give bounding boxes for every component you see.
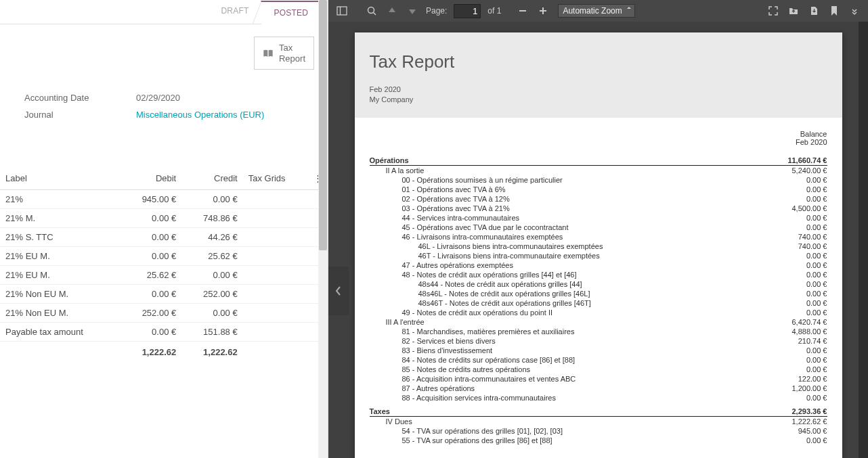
- cell-debit: 945.00 €: [121, 190, 181, 209]
- col-debit[interactable]: Debit: [121, 167, 181, 190]
- report-line: 54 - TVA sur opérations des grilles [01]…: [370, 426, 827, 436]
- tax-report-label-1: Tax: [279, 43, 305, 53]
- report-line: III A l'entrée6,420.74 €: [370, 317, 827, 327]
- report-line: 45 - Opérations avec TVA due par le coco…: [370, 223, 827, 232]
- table-row[interactable]: 21% EU M. 25.62 € 0.00 €: [0, 266, 328, 285]
- table-row[interactable]: 21% EU M. 0.00 € 25.62 €: [0, 247, 328, 266]
- fullscreen-icon[interactable]: [764, 1, 783, 20]
- report-line: 48s46L - Notes de crédit aux opérations …: [370, 289, 827, 298]
- report-line: 44 - Services intra-communautaires0.00 €: [370, 213, 827, 223]
- table-row[interactable]: 21% S. TTC 0.00 € 44.26 €: [0, 228, 328, 247]
- report-company: My Company: [370, 95, 827, 105]
- cell-label: 21%: [0, 190, 121, 209]
- col-label[interactable]: Label: [0, 167, 121, 190]
- report-line: 48s46T - Notes de crédit aux opérations …: [370, 298, 827, 308]
- total-credit: 1,222.62: [181, 342, 242, 362]
- cell-label: 21% EU M.: [0, 266, 121, 285]
- zoom-select[interactable]: Automatic Zoom: [558, 4, 634, 18]
- report-line: 82 - Services et biens divers210.74 €: [370, 336, 827, 346]
- cell-debit: 0.00 €: [121, 228, 181, 247]
- page-input[interactable]: [454, 4, 481, 18]
- cell-credit: 0.00 €: [181, 266, 242, 285]
- next-page-icon[interactable]: [403, 1, 422, 20]
- bookmark-icon[interactable]: [825, 1, 844, 20]
- report-line: 88 - Acquisition services intra-communau…: [370, 393, 827, 403]
- field-label-journal: Journal: [24, 110, 136, 120]
- journal-link[interactable]: Miscellaneous Operations (EUR): [136, 110, 264, 120]
- svg-point-2: [368, 7, 374, 14]
- cell-label: Payable tax amount: [0, 323, 121, 342]
- cell-credit: 25.62 €: [181, 247, 242, 266]
- table-row[interactable]: Payable tax amount 0.00 € 151.88 €: [0, 323, 328, 342]
- report-line: 83 - Biens d'investissement0.00 €: [370, 346, 827, 355]
- report-line: 87 - Autres opérations1,200.00 €: [370, 384, 827, 393]
- status-tabs: DRAFT POSTED: [0, 0, 328, 24]
- report-line: 47 - Autres opérations exemptées0.00 €: [370, 260, 827, 270]
- report-line: 46T - Livraisons biens intra-communautai…: [370, 251, 827, 260]
- report-line: 49 - Notes de crédit aux opérations du p…: [370, 308, 827, 317]
- balance-label: Balance: [370, 130, 827, 138]
- table-row[interactable]: 21% Non EU M. 252.00 € 0.00 €: [0, 304, 328, 323]
- report-line: 81 - Marchandises, matières premières et…: [370, 327, 827, 336]
- tools-icon[interactable]: [845, 1, 864, 20]
- cell-credit: 0.00 €: [181, 190, 242, 209]
- page-label: Page:: [426, 6, 447, 16]
- open-file-icon[interactable]: [784, 1, 803, 20]
- search-icon[interactable]: [362, 1, 381, 20]
- pdf-viewport[interactable]: Tax Report Feb 2020 My Company Balance F…: [328, 22, 868, 458]
- report-title: Tax Report: [370, 51, 827, 72]
- col-taxgrids[interactable]: Tax Grids: [243, 167, 308, 190]
- cell-debit: 0.00 €: [121, 285, 181, 304]
- pdf-panel: Page: of 1 Automatic Zoom Tax Report Feb…: [328, 0, 868, 458]
- pdf-page: Tax Report Feb 2020 My Company Balance F…: [355, 32, 842, 458]
- tax-report-button[interactable]: Tax Report: [254, 37, 314, 70]
- pdf-scrollbar[interactable]: [859, 22, 868, 458]
- tab-posted[interactable]: POSTED: [261, 1, 321, 24]
- report-line: II A la sortie5,240.00 €: [370, 166, 827, 175]
- cell-credit: 252.00 €: [181, 285, 242, 304]
- report-line: 01 - Opérations avec TVA à 6%0.00 €: [370, 185, 827, 194]
- report-line: 86 - Acquisition intra-communautaires et…: [370, 374, 827, 384]
- cell-debit: 25.62 €: [121, 266, 181, 285]
- report-line: Opérations11,660.74 €: [370, 156, 827, 166]
- prev-page-icon[interactable]: [383, 1, 402, 20]
- left-scrollbar[interactable]: [318, 0, 328, 458]
- totals-row: 1,222.621,222.62: [0, 342, 328, 362]
- report-line: 46L - Livraisons biens intra-communautai…: [370, 242, 827, 251]
- zoom-out-icon[interactable]: [513, 1, 532, 20]
- svg-rect-0: [337, 7, 347, 15]
- report-line: IV Dues1,222.62 €: [370, 417, 827, 426]
- cell-label: 21% S. TTC: [0, 228, 121, 247]
- book-icon: [263, 49, 274, 58]
- toggle-sidebar-icon[interactable]: [332, 1, 351, 20]
- cell-credit: 748.86 €: [181, 209, 242, 228]
- cell-label: 21% M.: [0, 209, 121, 228]
- cell-debit: 0.00 €: [121, 209, 181, 228]
- total-debit: 1,222.62: [121, 342, 181, 362]
- report-period: Feb 2020: [370, 85, 827, 95]
- cell-label: 21% Non EU M.: [0, 304, 121, 323]
- col-credit[interactable]: Credit: [181, 167, 242, 190]
- report-line: 48s44 - Notes de crédit aux opérations g…: [370, 279, 827, 289]
- report-line: 48 - Notes de crédit aux opérations gril…: [370, 270, 827, 279]
- cell-credit: 151.88 €: [181, 323, 242, 342]
- cell-debit: 0.00 €: [121, 247, 181, 266]
- tax-report-label-2: Report: [279, 53, 305, 64]
- cell-credit: 0.00 €: [181, 304, 242, 323]
- field-value-accounting-date: 02/29/2020: [136, 93, 180, 103]
- download-icon[interactable]: [804, 1, 823, 20]
- cell-label: 21% Non EU M.: [0, 285, 121, 304]
- report-line: 55 - TVA sur opérations des grilles [86]…: [370, 436, 827, 445]
- cell-debit: 0.00 €: [121, 323, 181, 342]
- report-line: 02 - Opérations avec TVA à 12%0.00 €: [370, 194, 827, 204]
- cell-debit: 252.00 €: [121, 304, 181, 323]
- report-line: 85 - Notes de crédits autres opérations0…: [370, 365, 827, 374]
- collapse-panel-button[interactable]: [328, 267, 349, 315]
- table-row[interactable]: 21% 945.00 € 0.00 €: [0, 190, 328, 209]
- journal-items-table: Label Debit Credit Tax Grids ⋮ 21% 945.0…: [0, 167, 328, 361]
- table-row[interactable]: 21% Non EU M. 0.00 € 252.00 €: [0, 285, 328, 304]
- field-label-accounting-date: Accounting Date: [24, 93, 136, 103]
- zoom-in-icon[interactable]: [534, 1, 552, 20]
- table-row[interactable]: 21% M. 0.00 € 748.86 €: [0, 209, 328, 228]
- pdf-toolbar: Page: of 1 Automatic Zoom: [328, 0, 868, 22]
